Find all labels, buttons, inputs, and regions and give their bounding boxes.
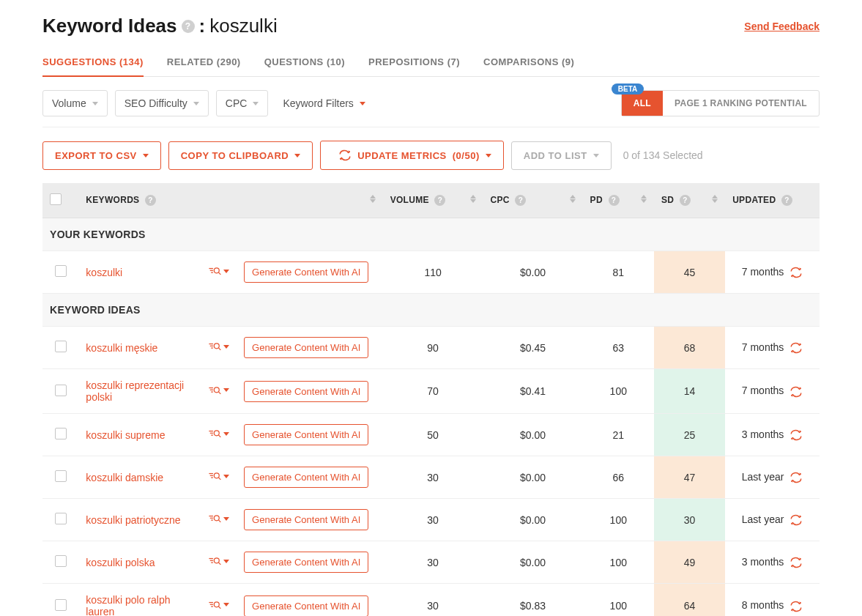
row-checkbox[interactable] [55,265,67,277]
row-checkbox[interactable] [55,341,67,352]
cell-updated: 3 months [725,541,820,584]
keyword-search-icon[interactable] [208,471,229,481]
svg-line-25 [219,435,221,437]
keyword-search-icon[interactable] [208,341,229,352]
keyword-filters-label: Keyword Filters [283,97,353,109]
generate-ai-button[interactable]: Generate Content With AI [244,509,368,530]
cell-pd: 100 [583,541,654,584]
tab-3[interactable]: PREPOSITIONS (7) [368,52,460,76]
cell-cpc: $0.00 [483,414,583,456]
row-checkbox[interactable] [55,385,67,396]
cell-pd: 66 [583,456,654,499]
keyword-search-icon[interactable] [208,600,229,610]
generate-ai-button[interactable]: Generate Content With AI [244,467,368,488]
keyword-filters[interactable]: Keyword Filters [283,97,365,109]
volume-filter[interactable]: Volume [42,90,108,116]
update-metrics-button[interactable]: UPDATE METRICS (0/50) [320,141,504,170]
seo-filter-label: SEO Difficulty [125,97,187,109]
chevron-down-icon [143,154,149,157]
keyword-link[interactable]: koszulki damskie [86,472,163,483]
sort-pd[interactable] [641,195,647,203]
tab-4[interactable]: COMPARISONS (9) [483,52,574,76]
generate-ai-button[interactable]: Generate Content With AI [244,337,368,358]
copy-clipboard-button[interactable]: COPY TO CLIPBOARD [168,141,313,170]
refresh-row-icon[interactable] [789,429,803,441]
refresh-row-icon[interactable] [789,514,803,526]
keyword-link[interactable]: koszulki patriotyczne [86,514,180,526]
toggle-all[interactable]: ALL [622,91,663,116]
cell-pd: 100 [583,499,654,541]
refresh-row-icon[interactable] [789,601,803,612]
cell-sd: 30 [654,499,725,541]
chevron-down-icon [360,102,365,105]
toggle-page1[interactable]: PAGE 1 RANKING POTENTIAL [663,91,819,116]
send-feedback-link[interactable]: Send Feedback [744,21,820,32]
help-icon[interactable]: ? [609,195,620,206]
export-csv-button[interactable]: EXPORT TO CSV [42,141,161,170]
help-icon[interactable]: ? [182,20,195,33]
keyword-search-icon[interactable] [208,428,229,439]
svg-point-10 [214,344,219,349]
refresh-row-icon[interactable] [789,386,803,398]
generate-ai-button[interactable]: Generate Content With AI [244,424,368,445]
keyword-search-icon[interactable] [208,266,229,276]
chevron-down-icon [223,517,229,521]
help-icon[interactable]: ? [781,195,792,206]
cell-sd: 45 [654,251,725,294]
help-icon[interactable]: ? [145,195,156,206]
cpc-filter[interactable]: CPC [216,90,269,116]
cell-volume: 30 [383,584,483,617]
refresh-row-icon[interactable] [789,267,803,278]
col-updated: UPDATED [732,195,776,205]
table-row: koszulki patriotyczneGenerate Content Wi… [42,499,820,541]
keyword-link[interactable]: koszulki męskie [86,342,157,354]
refresh-row-icon[interactable] [789,557,803,568]
help-icon[interactable]: ? [680,195,691,206]
keyword-link[interactable]: koszulki polska [86,557,155,568]
generate-ai-button[interactable]: Generate Content With AI [244,261,368,283]
help-icon[interactable]: ? [434,195,445,206]
row-checkbox[interactable] [55,599,67,611]
generate-ai-button[interactable]: Generate Content With AI [244,552,368,573]
action-bar: EXPORT TO CSV COPY TO CLIPBOARD UPDATE M… [42,127,820,183]
chevron-down-icon [193,102,199,105]
svg-line-53 [219,606,221,609]
view-toggle: BETA ALL PAGE 1 RANKING POTENTIAL [621,90,820,116]
refresh-row-icon[interactable] [789,472,803,483]
add-to-list-button[interactable]: ADD TO LIST [511,141,612,170]
svg-line-32 [219,478,221,480]
cell-updated: 7 months [725,369,820,414]
svg-line-11 [219,348,221,350]
cell-volume: 30 [383,456,483,499]
cell-sd: 25 [654,414,725,456]
generate-ai-button[interactable]: Generate Content With AI [244,595,368,617]
keyword-link[interactable]: koszulki [86,267,122,278]
seo-difficulty-filter[interactable]: SEO Difficulty [115,90,209,116]
select-all-checkbox[interactable] [50,193,62,205]
sort-sd[interactable] [712,195,718,203]
keyword-search-icon[interactable] [208,556,229,566]
generate-ai-button[interactable]: Generate Content With AI [244,381,368,402]
keyword-link[interactable]: koszulki supreme [86,429,165,441]
sort-keywords[interactable] [370,195,376,203]
tab-0[interactable]: SUGGESTIONS (134) [42,52,144,76]
cell-pd: 100 [583,369,654,414]
row-checkbox[interactable] [55,555,67,567]
row-checkbox[interactable] [55,428,67,439]
beta-badge: BETA [612,84,644,94]
svg-point-45 [214,558,219,563]
sort-volume[interactable] [470,195,476,203]
row-checkbox[interactable] [55,513,67,524]
title-prefix: Keyword Ideas [42,15,177,37]
keyword-search-icon[interactable] [208,385,229,396]
row-checkbox[interactable] [55,470,67,482]
sort-cpc[interactable] [570,195,576,203]
tab-1[interactable]: RELATED (290) [167,52,241,76]
keyword-link[interactable]: koszulki polo ralph lauren [86,594,170,616]
help-icon[interactable]: ? [515,195,526,206]
refresh-row-icon[interactable] [789,342,803,354]
tab-2[interactable]: QUESTIONS (10) [264,52,345,76]
keyword-search-icon[interactable] [208,513,229,524]
cell-pd: 63 [583,327,654,369]
keyword-link[interactable]: koszulki reprezentacji polski [86,379,184,403]
